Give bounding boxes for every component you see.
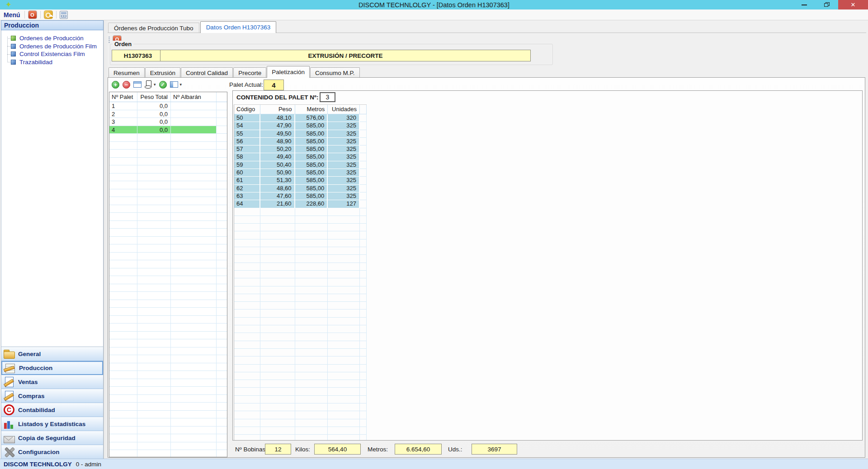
tree-item-trazabilidad[interactable]: Trazabilidad	[1, 58, 103, 66]
contenido-row[interactable]: 5048,10576,00320	[234, 114, 367, 122]
remove-palet-button[interactable]: −	[123, 81, 130, 89]
subtab-precorte[interactable]: Precorte	[233, 67, 266, 78]
contenido-empty-row	[234, 294, 367, 302]
kilos-label: Kilos:	[295, 446, 310, 453]
contenido-row[interactable]: 5950,40585,00325	[234, 161, 367, 169]
sidebar-nav: GeneralProduccionVentasComprasContabilid…	[1, 347, 104, 459]
nav-item-contabilidad[interactable]: Contabilidad	[1, 403, 103, 417]
nav-item-configuracion[interactable]: Configuracion	[1, 445, 103, 459]
tree-item-label: Ordenes de Producción	[19, 35, 84, 42]
palet-row[interactable]: 10,0	[109, 102, 227, 110]
orden-numero-field[interactable]: H1307363	[112, 50, 164, 61]
separator	[40, 11, 41, 19]
nav-item-copia-de-seguridad[interactable]: Copia de Seguridad	[1, 431, 103, 445]
nav-item-ventas[interactable]: Ventas	[1, 375, 103, 389]
layout-button[interactable]	[170, 81, 178, 88]
nav-item-label: Listados y Estadísticas	[18, 421, 85, 427]
subtab-consumo-m-p[interactable]: Consumo M.P.	[310, 67, 360, 78]
palet-row[interactable]: 30,0	[109, 118, 227, 126]
sidebar-tree: Ordenes de ProducciónOrdenes de Producci…	[1, 30, 104, 347]
column-header[interactable]: Metros	[295, 105, 328, 114]
dropdown-caret-icon[interactable]: ▾	[180, 82, 182, 87]
palet-empty-row	[109, 229, 227, 237]
sidebar-splitter[interactable]	[104, 20, 108, 459]
palet-actual-field[interactable]: 4	[264, 80, 284, 90]
calculator-button[interactable]	[60, 11, 68, 19]
subtab-control-calidad[interactable]: Control Calidad	[181, 67, 233, 78]
restore-button[interactable]	[816, 0, 838, 9]
backup-icon	[3, 432, 15, 444]
close-button[interactable]: ✕	[838, 0, 868, 9]
contenido-empty-row	[234, 396, 367, 403]
orden-descripcion-field[interactable]: EXTRUSIÓN / PRECORTE	[160, 50, 531, 61]
plus-icon: +	[114, 82, 118, 88]
window-title: DISCOM TECHNLOLGY - [Datos Orden H130736…	[0, 1, 868, 9]
subtab-extrusi-n[interactable]: Extrusión	[145, 67, 180, 78]
tree-item-ordenes-de-producci-n-film[interactable]: Ordenes de Producción Film	[1, 42, 103, 51]
nav-item-label: Contabilidad	[18, 407, 55, 413]
column-header[interactable]: Unidades	[328, 105, 360, 114]
palet-empty-row	[109, 324, 227, 332]
tab-datos-orden-h1307363[interactable]: Datos Orden H1307363	[200, 21, 277, 33]
contenido-palet-number-field[interactable]: 3	[320, 92, 335, 102]
toolbar-grip[interactable]	[108, 36, 110, 43]
palet-empty-row	[109, 189, 227, 197]
palet-empty-row	[109, 332, 227, 340]
contenido-row[interactable]: 6248,60585,00325	[234, 185, 367, 192]
tree-item-control-existencias-film[interactable]: Control Existencias Film	[1, 50, 103, 58]
contenido-table: CódigoPesoMetrosUnidades5048,10576,00320…	[234, 104, 367, 441]
palet-row[interactable]: 40,0	[109, 126, 227, 134]
nav-item-compras[interactable]: Compras	[1, 389, 103, 403]
contenido-row[interactable]: 5849,40585,00325	[234, 153, 367, 161]
contenido-row[interactable]: 6151,30585,00325	[234, 177, 367, 184]
nav-item-label: Compras	[18, 393, 45, 399]
bobinas-label: Nº Bobinas:	[235, 446, 267, 453]
palet-table-header: Nº PaletPeso TotalNº Albarán	[109, 92, 227, 102]
exit-button[interactable]: O	[28, 10, 37, 19]
kilos-field: 564,40	[314, 444, 361, 455]
contenido-row[interactable]: 5447,90585,00325	[234, 122, 367, 130]
nav-item-general[interactable]: General	[1, 347, 103, 361]
document-pencil-icon	[3, 376, 15, 388]
contenido-row[interactable]: 6421,60228,60127	[234, 200, 367, 208]
add-palet-button[interactable]: +	[112, 81, 119, 89]
nav-item-produccion[interactable]: Produccion	[1, 361, 103, 375]
tree-item-ordenes-de-producci-n[interactable]: Ordenes de Producción	[1, 34, 103, 42]
print-labels-button[interactable]	[145, 80, 152, 89]
contenido-empty-row	[234, 318, 367, 325]
subtab-paletizaci-n[interactable]: Paletización	[267, 66, 310, 78]
menu-button[interactable]: Menú	[4, 11, 21, 19]
column-header	[217, 92, 227, 102]
contenido-empty-row	[234, 239, 367, 247]
palet-empty-row	[109, 221, 227, 229]
confirm-button[interactable]: ✓	[159, 81, 167, 89]
subtab-resumen[interactable]: Resumen	[108, 67, 145, 78]
dropdown-caret-icon[interactable]: ▾	[154, 82, 156, 87]
palet-empty-row	[109, 355, 227, 363]
document-tabs: Órdenes de Producción TuboDatos Orden H1…	[108, 21, 277, 33]
contenido-empty-row	[234, 372, 367, 380]
contenido-row[interactable]: 6050,90585,00325	[234, 169, 367, 177]
blue-document-icon	[11, 52, 16, 56]
contenido-row[interactable]: 6347,60585,00325	[234, 192, 367, 200]
contenido-row[interactable]: 5750,20585,00325	[234, 145, 367, 153]
column-header[interactable]: Peso Total	[137, 92, 171, 102]
contenido-row[interactable]: 5549,50585,00325	[234, 130, 367, 138]
column-header[interactable]: Nº Albarán	[171, 92, 217, 102]
palet-empty-row	[109, 418, 227, 427]
paletizacion-panel: + − ▾ ✓ ▾ Palet Actual: 4 Nº PaletPeso T…	[108, 77, 865, 458]
minimize-button[interactable]	[793, 0, 816, 9]
metros-label: Metros:	[368, 446, 388, 453]
tab-rdenes-de-producci-n-tubo[interactable]: Órdenes de Producción Tubo	[108, 23, 199, 33]
column-header[interactable]: Nº Palet	[109, 92, 137, 102]
palet-actual-label: Palet Actual:	[229, 81, 263, 88]
column-header[interactable]: Código	[234, 105, 260, 114]
contenido-row[interactable]: 5648,90585,00325	[234, 138, 367, 145]
column-header[interactable]: Peso	[260, 105, 295, 114]
contenido-empty-row	[234, 263, 367, 271]
open-window-button[interactable]	[133, 81, 142, 88]
contenido-empty-row	[234, 349, 367, 356]
key-button[interactable]	[44, 10, 53, 19]
nav-item-listados-y-estad-sticas[interactable]: Listados y Estadísticas	[1, 417, 103, 431]
palet-row[interactable]: 20,0	[109, 110, 227, 118]
